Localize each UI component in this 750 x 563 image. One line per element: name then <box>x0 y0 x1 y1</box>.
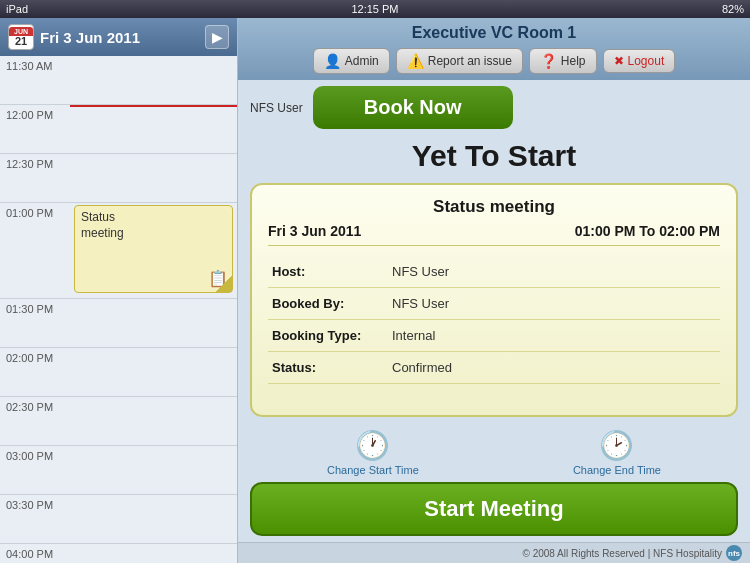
room-header: Executive VC Room 1 👤 Admin ⚠️ Report an… <box>238 18 750 80</box>
calendar-header: JUN 21 Fri 3 Jun 2011 ▶ <box>0 18 237 56</box>
time-label: 12:00 PM <box>0 105 70 125</box>
footer-text: © 2008 All Rights Reserved | NFS Hospita… <box>523 548 723 559</box>
help-button[interactable]: ❓ Help <box>529 48 597 74</box>
time-slots-container: 11:30 AM 12:00 PM 12:30 PM 01:00 PM <box>0 56 237 563</box>
slot-content <box>70 544 237 563</box>
field-label: Booking Type: <box>268 320 388 352</box>
cal-icon-day: 21 <box>15 36 27 47</box>
book-now-button[interactable]: Book Now <box>313 86 513 129</box>
change-end-time-button[interactable]: 🕑 Change End Time <box>573 429 661 476</box>
time-slot: 11:30 AM <box>0 56 237 105</box>
change-end-time-label: Change End Time <box>573 464 661 476</box>
time-change-row: 🕐 Change Start Time 🕑 Change End Time <box>250 429 738 476</box>
table-row: Booking Type: Internal <box>268 320 720 352</box>
time-slot: 04:00 PM <box>0 544 237 563</box>
field-value: Internal <box>388 320 720 352</box>
time-slot: 12:30 PM <box>0 154 237 203</box>
logout-icon: ✖ <box>614 54 624 68</box>
calendar-date-label: Fri 3 Jun 2011 <box>40 29 140 46</box>
right-panel: Executive VC Room 1 👤 Admin ⚠️ Report an… <box>238 18 750 563</box>
logout-label: Logout <box>628 54 665 68</box>
table-row: Booked By: NFS User <box>268 288 720 320</box>
main-container: JUN 21 Fri 3 Jun 2011 ▶ 11:30 AM 12:00 P… <box>0 18 750 563</box>
field-label: Status: <box>268 352 388 384</box>
time-label: 02:30 PM <box>0 397 70 417</box>
field-value: Confirmed <box>388 352 720 384</box>
calendar-panel: JUN 21 Fri 3 Jun 2011 ▶ 11:30 AM 12:00 P… <box>0 18 238 563</box>
table-row: Host: NFS User <box>268 256 720 288</box>
change-start-time-button[interactable]: 🕐 Change Start Time <box>327 429 419 476</box>
table-row: Status: Confirmed <box>268 352 720 384</box>
slot-content <box>70 495 237 543</box>
time-label: 03:00 PM <box>0 446 70 466</box>
time-label: 02:00 PM <box>0 348 70 368</box>
field-value: NFS User <box>388 288 720 320</box>
admin-icon: 👤 <box>324 53 341 69</box>
meeting-date: Fri 3 Jun 2011 <box>268 223 361 239</box>
help-label: Help <box>561 54 586 68</box>
report-issue-button[interactable]: ⚠️ Report an issue <box>396 48 523 74</box>
slot-content <box>70 446 237 494</box>
slot-content <box>70 105 237 153</box>
time-label: 01:00 PM <box>0 203 70 223</box>
status-bar-center: 12:15 PM <box>351 3 398 15</box>
footer: © 2008 All Rights Reserved | NFS Hospita… <box>238 542 750 563</box>
time-label: 04:00 PM <box>0 544 70 563</box>
time-label: 11:30 AM <box>0 56 70 76</box>
meeting-details-table: Host: NFS User Booked By: NFS User Booki… <box>268 256 720 384</box>
meeting-card: Status meeting Fri 3 Jun 2011 01:00 PM T… <box>250 183 738 417</box>
help-icon: ❓ <box>540 53 557 69</box>
meeting-block-fold <box>216 276 232 292</box>
report-label: Report an issue <box>428 54 512 68</box>
calendar-icon: JUN 21 <box>8 24 34 50</box>
content-area: NFS User Book Now Yet To Start Status me… <box>238 80 750 423</box>
time-label: 03:30 PM <box>0 495 70 515</box>
slot-content <box>70 299 237 347</box>
field-value: NFS User <box>388 256 720 288</box>
admin-button[interactable]: 👤 Admin <box>313 48 390 74</box>
slot-content <box>70 56 237 104</box>
yet-to-start-heading: Yet To Start <box>250 139 738 173</box>
meeting-card-datetime: Fri 3 Jun 2011 01:00 PM To 02:00 PM <box>268 223 720 246</box>
time-label: 01:30 PM <box>0 299 70 319</box>
field-label: Host: <box>268 256 388 288</box>
status-bar: iPad 12:15 PM 82% <box>0 0 750 18</box>
toolbar: 👤 Admin ⚠️ Report an issue ❓ Help ✖ Logo… <box>248 48 740 74</box>
time-slot: 12:00 PM <box>0 105 237 154</box>
time-slot-with-meeting: 01:00 PM Statusmeeting 📋 <box>0 203 237 299</box>
status-bar-right: 82% <box>722 3 744 15</box>
slot-content <box>70 348 237 396</box>
footer-logo: nfs <box>726 545 742 561</box>
admin-label: Admin <box>345 54 379 68</box>
time-slot: 01:30 PM <box>0 299 237 348</box>
time-slot: 02:30 PM <box>0 397 237 446</box>
meeting-block[interactable]: Statusmeeting 📋 <box>74 205 233 293</box>
meeting-card-title: Status meeting <box>268 197 720 217</box>
user-bar: NFS User <box>250 99 303 117</box>
status-bar-left: iPad <box>6 3 28 15</box>
logout-button[interactable]: ✖ Logout <box>603 49 676 73</box>
change-start-time-icon: 🕐 <box>355 429 390 462</box>
calendar-next-button[interactable]: ▶ <box>205 25 229 49</box>
slot-content[interactable]: Statusmeeting 📋 <box>70 203 237 295</box>
time-slot: 03:00 PM <box>0 446 237 495</box>
current-time-indicator <box>70 105 237 107</box>
time-slot: 03:30 PM <box>0 495 237 544</box>
room-title: Executive VC Room 1 <box>248 24 740 42</box>
meeting-time: 01:00 PM To 02:00 PM <box>575 223 720 239</box>
change-end-time-icon: 🕑 <box>599 429 634 462</box>
action-area: 🕐 Change Start Time 🕑 Change End Time St… <box>238 423 750 542</box>
start-meeting-button[interactable]: Start Meeting <box>250 482 738 536</box>
calendar-header-date: JUN 21 Fri 3 Jun 2011 <box>8 24 140 50</box>
meeting-block-title: Statusmeeting <box>81 210 226 241</box>
field-label: Booked By: <box>268 288 388 320</box>
change-start-time-label: Change Start Time <box>327 464 419 476</box>
slot-content <box>70 397 237 445</box>
report-icon: ⚠️ <box>407 53 424 69</box>
time-label: 12:30 PM <box>0 154 70 174</box>
slot-content <box>70 154 237 202</box>
time-slot: 02:00 PM <box>0 348 237 397</box>
